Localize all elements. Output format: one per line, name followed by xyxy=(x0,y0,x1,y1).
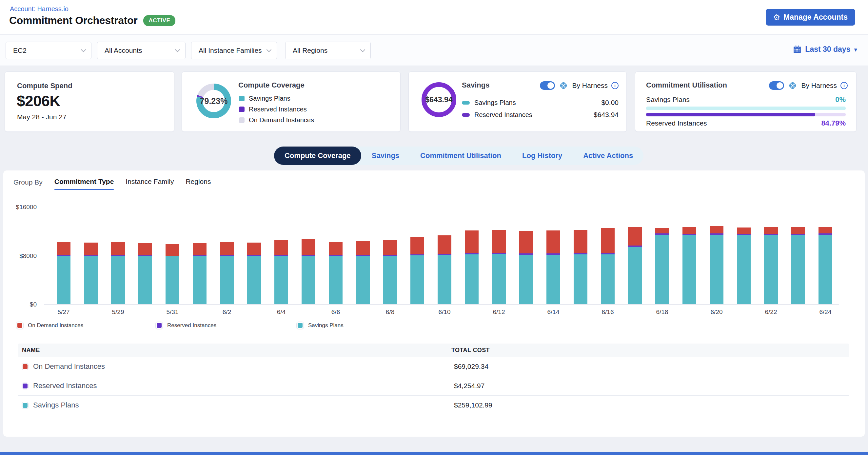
tab-savings[interactable]: Savings xyxy=(361,147,410,165)
x-axis-tick: 6/6 xyxy=(322,308,349,316)
info-icon[interactable]: i xyxy=(611,82,619,89)
bar-segment-on-demand-instances xyxy=(111,242,125,255)
x-axis-tick: 6/16 xyxy=(594,308,621,316)
coverage-donut-chart: 79.23% xyxy=(196,84,231,118)
bar-segment-savings-plans xyxy=(138,256,152,304)
bar-6-4 xyxy=(274,240,288,304)
page-title: Commitment Orchestrator xyxy=(9,14,137,27)
legend-swatch-savings-plans xyxy=(462,101,470,104)
chart-legend-item-reserved-instances[interactable]: Reserved Instances xyxy=(156,322,216,329)
bar-segment-reserved-instances xyxy=(710,234,723,235)
bar-segment-reserved-instances xyxy=(547,253,560,255)
bar-segment-on-demand-instances xyxy=(84,243,98,255)
date-range-label: Last 30 days xyxy=(805,45,850,54)
regions-dropdown-value: All Regions xyxy=(293,47,328,54)
chart-legend-item-on-demand-instances[interactable]: On Demand Instances xyxy=(17,322,83,329)
chart-legend: On Demand InstancesReserved InstancesSav… xyxy=(3,322,865,332)
bottom-accent-bar xyxy=(0,452,868,455)
tab-compute-coverage[interactable]: Compute Coverage xyxy=(274,147,361,165)
bar-segment-reserved-instances xyxy=(247,255,261,256)
main-content-panel: Group By Commitment TypeInstance FamilyR… xyxy=(3,171,865,437)
chart-plot xyxy=(44,207,839,305)
chart-legend-label: On Demand Instances xyxy=(28,322,83,329)
bar-segment-on-demand-instances xyxy=(165,244,179,256)
coverage-legend-item: Savings Plans xyxy=(239,95,314,102)
bar-segment-reserved-instances xyxy=(628,245,642,247)
harness-logo-icon xyxy=(788,81,798,90)
regions-dropdown[interactable]: All Regions xyxy=(285,42,371,59)
bar-segment-reserved-instances xyxy=(601,253,615,254)
bar-segment-reserved-instances xyxy=(165,256,179,256)
instance-families-dropdown-value: All Instance Families xyxy=(199,47,262,54)
caret-down-icon: ▾ xyxy=(854,46,857,53)
utilisation-progress-savings-plans xyxy=(646,107,846,110)
tab-active-actions[interactable]: Active Actions xyxy=(572,147,644,165)
accounts-dropdown[interactable]: All Accounts xyxy=(97,42,186,59)
bar-segment-reserved-instances xyxy=(329,255,343,256)
savings-row-reserved-instances: Reserved Instances$643.94 xyxy=(462,111,619,119)
savings-plans-swatch xyxy=(297,322,304,329)
savings-row-value: $0.00 xyxy=(601,99,619,107)
y-axis-tick: $0 xyxy=(4,301,37,308)
bar-segment-savings-plans xyxy=(410,255,424,304)
bar-segment-on-demand-instances xyxy=(57,242,70,255)
tab-commitment-utilisation[interactable]: Commitment Utilisation xyxy=(410,147,512,165)
bar-segment-on-demand-instances xyxy=(356,241,370,255)
bar-segment-on-demand-instances xyxy=(438,235,452,254)
savings-row-value: $643.94 xyxy=(594,111,619,119)
bar-segment-reserved-instances xyxy=(111,255,125,256)
bar-segment-reserved-instances xyxy=(383,255,397,256)
bar-segment-on-demand-instances xyxy=(410,237,424,254)
bar-segment-savings-plans xyxy=(655,235,669,304)
bar-segment-on-demand-instances xyxy=(737,228,751,234)
bar-segment-savings-plans xyxy=(247,256,261,304)
bar-segment-savings-plans xyxy=(737,235,751,304)
service-dropdown[interactable]: EC2 xyxy=(6,42,91,59)
tab-log-history[interactable]: Log History xyxy=(512,147,572,165)
bar-5-28 xyxy=(84,243,98,304)
bar-6-18 xyxy=(655,228,669,304)
table-row-reserved-instances[interactable]: Reserved Instances$4,254.97 xyxy=(18,376,849,396)
top-header: Account: Harness.io Commitment Orchestra… xyxy=(0,0,868,35)
coverage-legend: Savings PlansReserved InstancesOn Demand… xyxy=(239,95,314,127)
table-cell-name: Savings Plans xyxy=(33,401,79,410)
bar-segment-savings-plans xyxy=(111,256,125,304)
bar-segment-savings-plans xyxy=(519,255,533,304)
gear-icon: ⚙ xyxy=(773,13,780,22)
service-dropdown-value: EC2 xyxy=(13,47,27,54)
by-harness-label: By Harness xyxy=(801,82,837,90)
commitment-utilisation-title: Commitment Utilisation xyxy=(646,81,727,90)
bar-segment-reserved-instances xyxy=(220,255,234,256)
table-row-on-demand-instances[interactable]: On Demand Instances$69,029.34 xyxy=(18,357,849,376)
utilisation-by-harness-toggle[interactable] xyxy=(769,81,784,90)
bar-segment-reserved-instances xyxy=(302,255,315,256)
utilisation-progress-reserved-instances xyxy=(646,113,846,116)
status-badge: ACTIVE xyxy=(143,15,175,26)
bar-6-12 xyxy=(492,230,506,304)
group-by-option-instance-family[interactable]: Instance Family xyxy=(126,178,174,190)
chart-legend-item-savings-plans[interactable]: Savings Plans xyxy=(297,322,344,329)
group-by-option-regions[interactable]: Regions xyxy=(186,178,211,190)
date-range-selector[interactable]: Last 30 days ▾ xyxy=(793,45,857,54)
instance-families-dropdown[interactable]: All Instance Families xyxy=(191,42,277,59)
bar-segment-on-demand-instances xyxy=(329,242,343,255)
bar-6-3 xyxy=(247,243,261,304)
bar-segment-on-demand-instances xyxy=(519,231,533,253)
info-icon[interactable]: i xyxy=(840,82,848,89)
compute-spend-value: $206K xyxy=(17,92,60,110)
account-breadcrumb-link[interactable]: Account: Harness.io xyxy=(10,5,68,13)
compute-spend-title: Compute Spend xyxy=(17,82,72,90)
table-row-savings-plans[interactable]: Savings Plans$259,102.99 xyxy=(18,396,849,415)
group-by-option-commitment-type[interactable]: Commitment Type xyxy=(54,178,114,190)
table-cell-total-cost: $69,029.34 xyxy=(454,363,488,370)
compute-coverage-chart: $0$8000$160005/275/295/316/26/46/66/86/1… xyxy=(3,201,865,322)
utilisation-by-harness-cluster: By Harness i xyxy=(769,81,848,90)
savings-by-harness-toggle[interactable] xyxy=(540,81,555,90)
utilisation-label-row-savings-plans: Savings Plans0% xyxy=(646,95,846,104)
bar-segment-on-demand-instances xyxy=(601,228,615,253)
coverage-percent: 79.23% xyxy=(200,96,228,106)
manage-accounts-button[interactable]: ⚙ Manage Accounts xyxy=(766,9,855,26)
savings-breakdown: Savings Plans$0.00Reserved Instances$643… xyxy=(462,99,619,123)
bar-segment-savings-plans xyxy=(601,254,615,304)
bar-segment-on-demand-instances xyxy=(247,243,261,255)
